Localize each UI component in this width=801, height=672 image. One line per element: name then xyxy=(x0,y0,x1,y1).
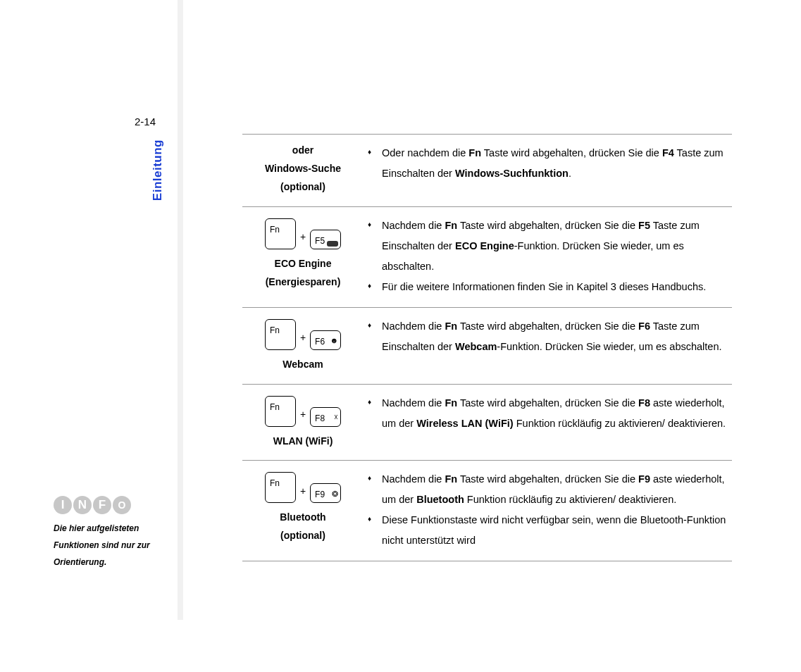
shortcut-desc-cell: Nachdem die Fn Taste wird abgehalten, dr… xyxy=(364,385,732,461)
list-item: Oder nachdem die Fn Taste wird abgehalte… xyxy=(366,143,729,184)
list-item: Diese Funktionstaste wird nicht verfügba… xyxy=(366,510,729,551)
info-logo-letter: F xyxy=(93,496,111,514)
plus-icon: + xyxy=(299,406,307,427)
shortcut-label-line: Windows-Suche xyxy=(247,160,359,178)
shortcut-label-line: (optional) xyxy=(247,527,359,545)
bullet-list: Oder nachdem die Fn Taste wird abgehalte… xyxy=(366,143,729,184)
shortcut-label-line: Bluetooth xyxy=(247,509,359,527)
table-row: oderWindows-Suche(optional)Oder nachdem … xyxy=(242,134,732,206)
bullet-list: Nachdem die Fn Taste wird abgehalten, dr… xyxy=(366,216,729,297)
section-title: Einleitung xyxy=(151,139,165,201)
shortcut-desc-cell: Oder nachdem die Fn Taste wird abgehalte… xyxy=(364,135,732,206)
key-combo: Fn+F6☻ xyxy=(247,319,359,350)
shortcut-label-line: oder xyxy=(247,142,359,160)
key-combo: Fn+F8☓ xyxy=(247,396,359,427)
bullet-list: Nachdem die Fn Taste wird abgehalten, dr… xyxy=(366,316,729,357)
shortcut-label-cell: Fn+F8☓WLAN (WiFi) xyxy=(242,385,364,461)
shortcut-table: oderWindows-Suche(optional)Oder nachdem … xyxy=(242,134,732,561)
plus-icon: + xyxy=(299,228,307,249)
fx-key-icon: F8☓ xyxy=(310,407,341,427)
info-logo: I N F O xyxy=(54,496,131,514)
sidebar: 2-14 Einleitung I N F O Die hier aufgeli… xyxy=(54,0,180,620)
info-logo-letter: N xyxy=(73,496,92,514)
list-item: Nachdem die Fn Taste wird abgehalten, dr… xyxy=(366,393,729,434)
fn-key-icon: Fn xyxy=(265,396,296,427)
fn-key-icon: Fn xyxy=(265,218,296,249)
list-item: Nachdem die Fn Taste wird abgehalten, dr… xyxy=(366,316,729,357)
fn-key-icon: Fn xyxy=(265,319,296,350)
shortcut-desc-cell: Nachdem die Fn Taste wird abgehalten, dr… xyxy=(364,308,732,384)
fn-key-icon: Fn xyxy=(265,472,296,503)
table-row: Fn+F9❂Bluetooth(optional)Nachdem die Fn … xyxy=(242,460,732,561)
shortcut-label-cell: Fn+F5ECO Engine(Energiesparen) xyxy=(242,207,364,307)
info-logo-letter: I xyxy=(54,496,72,514)
shortcut-label-line: (optional) xyxy=(247,178,359,197)
shortcut-label-line: Webcam xyxy=(247,356,359,374)
page: 2-14 Einleitung I N F O Die hier aufgeli… xyxy=(0,0,801,672)
shortcut-label-line: ECO Engine xyxy=(247,255,359,273)
info-logo-letter: O xyxy=(113,496,131,514)
bullet-list: Nachdem die Fn Taste wird abgehalten, dr… xyxy=(366,469,729,551)
page-number: 2-14 xyxy=(135,116,156,127)
shortcut-label-line: (Energiesparen) xyxy=(247,273,359,292)
info-note: Die hier aufgelisteten Funktionen sind n… xyxy=(54,520,177,571)
shortcut-label-cell: Fn+F9❂Bluetooth(optional) xyxy=(242,461,364,561)
shortcut-desc-cell: Nachdem die Fn Taste wird abgehalten, dr… xyxy=(364,207,732,307)
fx-key-icon: F9❂ xyxy=(310,483,341,503)
key-combo: Fn+F9❂ xyxy=(247,472,359,503)
list-item: Nachdem die Fn Taste wird abgehalten, dr… xyxy=(366,216,729,277)
content-area: oderWindows-Suche(optional)Oder nachdem … xyxy=(180,0,793,561)
shortcut-label-line: WLAN (WiFi) xyxy=(247,433,359,451)
table-row: Fn+F6☻WebcamNachdem die Fn Taste wird ab… xyxy=(242,307,732,384)
shortcut-desc-cell: Nachdem die Fn Taste wird abgehalten, dr… xyxy=(364,461,732,561)
list-item: Nachdem die Fn Taste wird abgehalten, dr… xyxy=(366,469,729,510)
shortcut-label-cell: Fn+F6☻Webcam xyxy=(242,308,364,384)
fx-key-icon: F6☻ xyxy=(310,330,341,350)
table-row: Fn+F5ECO Engine(Energiesparen)Nachdem di… xyxy=(242,206,732,307)
bullet-list: Nachdem die Fn Taste wird abgehalten, dr… xyxy=(366,393,729,434)
plus-icon: + xyxy=(299,483,307,504)
shortcut-label-cell: oderWindows-Suche(optional) xyxy=(242,135,364,206)
fx-key-icon: F5 xyxy=(310,230,341,249)
plus-icon: + xyxy=(299,329,307,350)
key-combo: Fn+F5 xyxy=(247,218,359,249)
table-row: Fn+F8☓WLAN (WiFi)Nachdem die Fn Taste wi… xyxy=(242,384,732,461)
list-item: Für die weitere Informationen finden Sie… xyxy=(366,277,729,297)
